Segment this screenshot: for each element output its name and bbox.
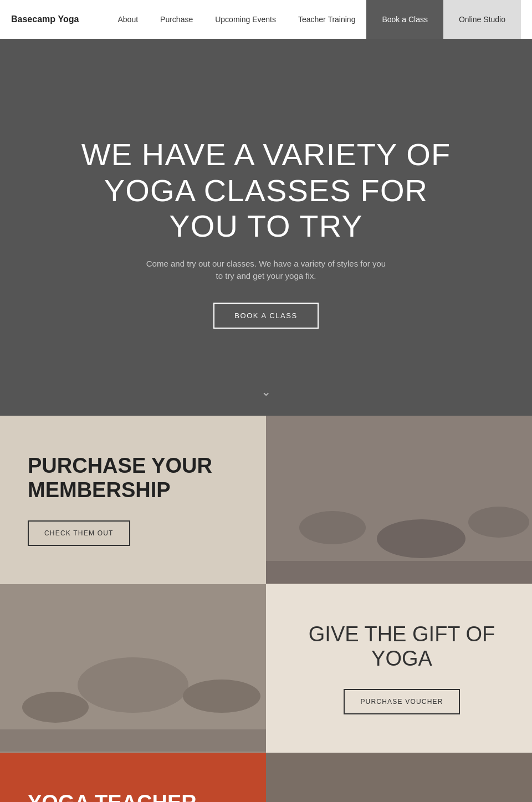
svg-point-2 — [377, 519, 466, 558]
nav-about[interactable]: About — [106, 0, 149, 39]
svg-rect-4 — [266, 561, 532, 583]
gift-photo — [0, 584, 266, 753]
sections-grid: PURCHASE YOUR MEMBERSHIP CHECK THEM OUT … — [0, 416, 532, 802]
svg-point-6 — [78, 657, 188, 713]
check-them-out-button[interactable]: CHECK THEM OUT — [28, 520, 130, 546]
membership-title: PURCHASE YOUR MEMBERSHIP — [28, 454, 244, 502]
training-photo — [266, 753, 532, 802]
hero-section: WE HAVE A VARIETY OF YOGA CLASSES FOR YO… — [0, 39, 532, 416]
svg-point-7 — [22, 692, 89, 723]
svg-rect-10 — [266, 754, 532, 802]
online-studio-nav-button[interactable]: Online Studio — [443, 0, 521, 39]
nav-links: About Purchase Upcoming Events Teacher T… — [106, 0, 521, 39]
svg-point-8 — [183, 680, 260, 713]
brand-light: Yoga — [58, 14, 79, 24]
brand-logo[interactable]: Basecamp Yoga — [11, 14, 79, 24]
purchase-voucher-button[interactable]: PURCHASE VOUCHER — [344, 689, 459, 714]
svg-point-1 — [299, 511, 366, 544]
book-a-class-hero-button[interactable]: BOOK A CLASS — [213, 303, 318, 329]
gift-panel: GIVE THE GIFT OF YOGA PURCHASE VOUCHER — [266, 584, 532, 753]
hero-subtitle: Come and try out our classes. We have a … — [144, 258, 388, 283]
navbar: Basecamp Yoga About Purchase Upcoming Ev… — [0, 0, 532, 39]
training-title: YOGA TEACHER TRAININGS — [28, 791, 244, 802]
book-a-class-nav-button[interactable]: Book a Class — [366, 0, 443, 39]
nav-teacher-training[interactable]: Teacher Training — [287, 0, 367, 39]
training-panel: YOGA TEACHER TRAININGS LEARN MORE — [0, 753, 266, 802]
scroll-down-icon: ⌄ — [261, 385, 271, 399]
membership-photo — [266, 416, 532, 584]
brand-bold: Basecamp — [11, 14, 55, 24]
nav-upcoming-events[interactable]: Upcoming Events — [204, 0, 287, 39]
membership-panel: PURCHASE YOUR MEMBERSHIP CHECK THEM OUT — [0, 416, 266, 584]
hero-title: WE HAVE A VARIETY OF YOGA CLASSES FOR YO… — [72, 137, 460, 244]
gift-panel-inner: GIVE THE GIFT OF YOGA PURCHASE VOUCHER — [294, 622, 510, 714]
svg-point-3 — [468, 507, 529, 538]
svg-rect-0 — [266, 417, 532, 583]
svg-rect-9 — [0, 729, 266, 752]
gift-title: GIVE THE GIFT OF YOGA — [294, 622, 510, 671]
nav-purchase[interactable]: Purchase — [149, 0, 204, 39]
